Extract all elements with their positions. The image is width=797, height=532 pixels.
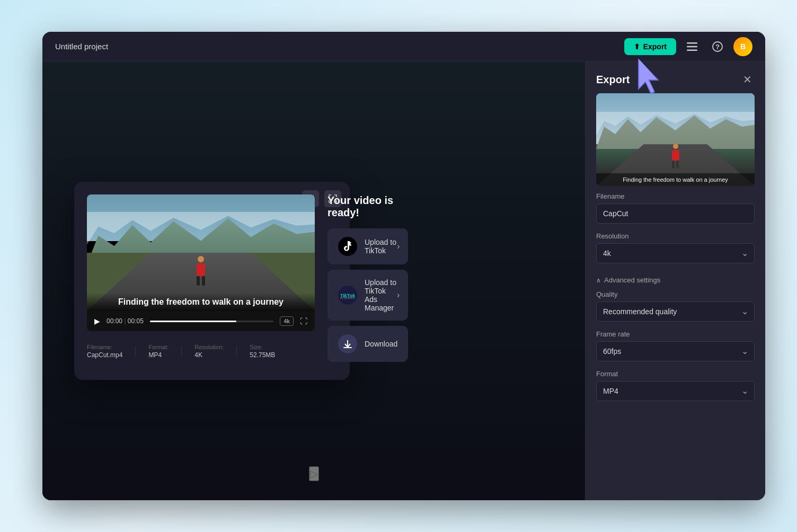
cursor-arrow [634, 58, 666, 97]
download-icon [338, 334, 357, 353]
framerate-field-label: Frame rate [596, 330, 755, 338]
size-value: 52.75MB [250, 351, 275, 359]
advanced-settings-toggle[interactable]: ∧ Advanced settings [586, 272, 765, 290]
thumbnail-image [596, 93, 755, 186]
advanced-settings-label: Advanced settings [604, 276, 660, 284]
export-button[interactable]: ⬆ Export [624, 38, 676, 55]
editor-area: ▷ [42, 61, 585, 500]
size-info: Size: 52.75MB [250, 344, 275, 359]
top-bar-actions: ⬆ Export ? B [624, 37, 752, 56]
format-info: Format: MP4 [148, 344, 169, 359]
framerate-field-group: Frame rate 60fps [586, 330, 765, 370]
info-sep-2 [181, 346, 182, 357]
figure-leg-left [197, 276, 200, 286]
tiktok-arrow-icon: › [397, 242, 400, 251]
svg-text:?: ? [715, 43, 720, 51]
export-panel-header: Export ✕ [586, 61, 765, 93]
thumbnail-leg-left [672, 161, 675, 169]
video-controls: ▶ 00:00 | 00:05 4k [87, 311, 315, 331]
export-panel: Export ✕ [585, 61, 765, 500]
figure-leg-right [202, 276, 205, 286]
video-caption-bar: Finding the freedom to walk on a journey [87, 293, 315, 311]
time-current: 00:00 | 00:05 [107, 317, 144, 325]
export-modal: Finding the freedom to walk on a journey… [74, 182, 350, 380]
quality-select[interactable]: Recommended quality [596, 302, 755, 322]
resolution-select[interactable]: 4k [596, 243, 755, 263]
upload-tiktok-button[interactable]: Upload to TikTok › [327, 228, 408, 264]
avatar[interactable]: B [733, 37, 752, 56]
filename-value: CapCut.mp4 [87, 351, 122, 359]
help-icon[interactable]: ? [708, 37, 727, 56]
resolution-field-label: Resolution [596, 232, 755, 240]
tiktok-ads-icon: TikTok for Business [338, 286, 357, 305]
current-time-value: 00:00 [107, 317, 122, 325]
format-select[interactable]: MP4 [596, 381, 755, 401]
framerate-select[interactable]: 60fps [596, 341, 755, 361]
figure-head [198, 256, 204, 262]
resolution-select-wrapper: 4k [596, 243, 755, 263]
format-value: MP4 [148, 351, 169, 359]
upload-tiktok-ads-button[interactable]: TikTok for Business Upload to TikTok Ads… [327, 270, 408, 321]
upload-icon: ⬆ [634, 42, 640, 51]
video-caption-text: Finding the freedom to walk on a journey [93, 297, 308, 307]
video-figure [197, 256, 205, 286]
quality-field-label: Quality [596, 290, 755, 298]
svg-rect-0 [687, 42, 697, 44]
thumbnail-figure [671, 144, 680, 167]
progress-bar[interactable] [150, 321, 274, 322]
export-button-label: Export [643, 42, 667, 51]
export-panel-close-button[interactable]: ✕ [740, 72, 755, 87]
export-panel-title: Export [596, 74, 630, 86]
framerate-select-wrapper: 60fps [596, 341, 755, 361]
thumbnail-caption: Finding the freedom to walk on a journey [596, 173, 755, 186]
modal-actions: Your video is ready! Upload to TikTok › [327, 194, 408, 367]
thumbnail-figure-head [673, 144, 678, 149]
format-field-label: Format [596, 370, 755, 378]
thumbnail-leg-right [676, 161, 679, 169]
resolution-label: Resolution: [194, 344, 224, 350]
video-frame: Finding the freedom to walk on a journey [87, 194, 315, 311]
file-info-row: Filename: CapCut.mp4 Format: MP4 [87, 338, 315, 359]
tiktok-icon [338, 237, 357, 256]
tiktok-ads-arrow-icon: › [397, 290, 400, 300]
download-button[interactable]: Download [327, 326, 408, 362]
format-select-wrapper: MP4 [596, 381, 755, 401]
format-field-group: Format MP4 [586, 370, 765, 410]
tiktok-ads-button-label: Upload to TikTok Ads Manager [365, 278, 397, 312]
filename-field-label: Filename [596, 192, 755, 200]
tiktok-button-label: Upload to TikTok [365, 238, 397, 255]
fullscreen-button[interactable]: ⛶ [300, 317, 307, 325]
resolution-value: 4K [194, 351, 224, 359]
project-title: Untitled project [55, 42, 108, 51]
menu-icon[interactable] [683, 37, 702, 56]
modal-overlay: Finding the freedom to walk on a journey… [42, 61, 585, 500]
export-thumbnail: Finding the freedom to walk on a journey [596, 93, 755, 186]
svg-rect-2 [687, 49, 697, 51]
info-sep-1 [135, 346, 136, 357]
resolution-field-group: Resolution 4k [586, 232, 765, 272]
quality-field-group: Quality Recommended quality [586, 290, 765, 330]
thumbnail-figure-legs [672, 161, 679, 169]
modal-fullscreen-icon[interactable] [324, 190, 341, 207]
figure-body [197, 263, 205, 276]
filename-label: Filename: [87, 344, 122, 350]
filename-info: Filename: CapCut.mp4 [87, 344, 122, 359]
progress-fill [150, 321, 236, 322]
figure-legs [197, 276, 205, 286]
svg-rect-1 [687, 46, 697, 47]
top-bar: Untitled project ⬆ Export ? B [42, 32, 765, 61]
play-button[interactable]: ▶ [94, 317, 100, 325]
format-label: Format: [148, 344, 169, 350]
quality-select-wrapper: Recommended quality [596, 302, 755, 322]
quality-badge: 4k [280, 316, 294, 326]
video-section: Finding the freedom to walk on a journey… [87, 194, 315, 367]
main-content: ▷ [42, 61, 765, 500]
svg-text:for Business: for Business [340, 296, 355, 299]
filename-field-group: Filename [586, 192, 765, 232]
size-label: Size: [250, 344, 275, 350]
video-player: Finding the freedom to walk on a journey… [87, 194, 315, 331]
info-sep-3 [236, 346, 237, 357]
modal-content: Finding the freedom to walk on a journey… [87, 194, 337, 367]
thumbnail-figure-body [672, 150, 679, 161]
filename-input[interactable] [596, 203, 755, 224]
